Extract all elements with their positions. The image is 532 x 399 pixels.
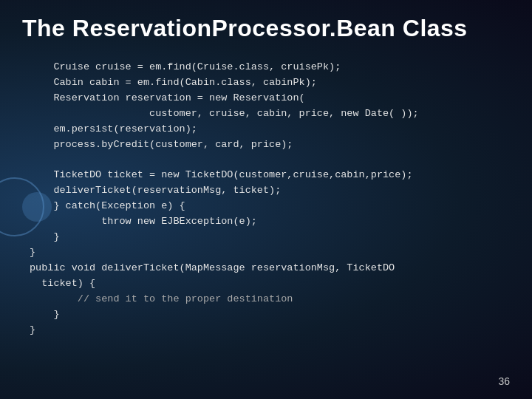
code-line-5: em.persist(reservation); xyxy=(30,122,510,137)
code-line-3: Reservation reservation = new Reservatio… xyxy=(30,91,510,106)
code-line-blank-1 xyxy=(30,153,510,168)
code-line-14: ticket) { xyxy=(30,276,510,292)
code-line-4: customer, cruise, cabin, price, new Date… xyxy=(30,106,510,122)
code-line-8: deliverTicket(reservationMsg, ticket); xyxy=(30,183,510,199)
code-line-9: } catch(Exception e) { xyxy=(30,199,510,214)
code-line-6: process.byCredit(customer, card, price); xyxy=(30,137,510,153)
code-line-10: throw new EJBException(e); xyxy=(30,214,510,230)
code-line-12: } xyxy=(30,245,510,261)
slide-title: The ReservationProcessor.Bean Class xyxy=(22,15,510,42)
code-line-16: } xyxy=(30,307,510,323)
code-block: Cruise cruise = em.find(Cruise.class, cr… xyxy=(30,60,510,338)
code-line-1: Cruise cruise = em.find(Cruise.class, cr… xyxy=(30,60,510,75)
code-line-15: // send it to the proper destination xyxy=(30,292,510,307)
code-line-11: } xyxy=(30,230,510,245)
deco-circle-inner xyxy=(22,192,52,222)
slide-container: The ReservationProcessor.Bean Class Crui… xyxy=(0,0,532,399)
code-line-13: public void deliverTicket(MapMessage res… xyxy=(30,261,510,276)
code-line-7: TicketDO ticket = new TicketDO(customer,… xyxy=(30,168,510,183)
code-line-2: Cabin cabin = em.find(Cabin.class, cabin… xyxy=(30,75,510,91)
slide-number: 36 xyxy=(498,375,510,387)
code-line-17: } xyxy=(30,323,510,338)
